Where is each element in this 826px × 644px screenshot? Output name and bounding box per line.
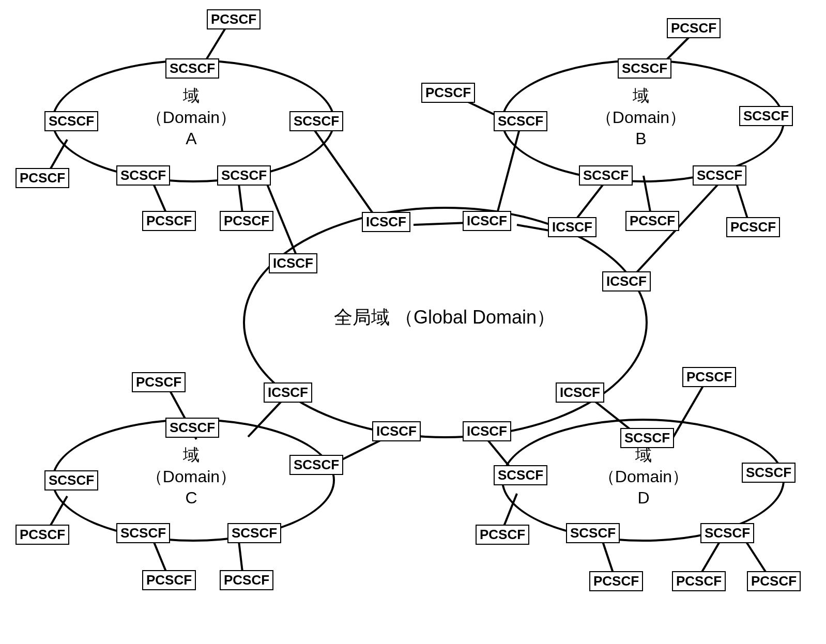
pcscf-node: PCSCF: [589, 571, 643, 591]
icscf-node: ICSCF: [269, 253, 317, 273]
icscf-node: ICSCF: [556, 382, 604, 403]
domain-a-line2: （Domain）: [146, 108, 236, 127]
pcscf-node: PCSCF: [421, 83, 475, 103]
pcscf-node: PCSCF: [16, 525, 69, 545]
domain-d-label: 域 （Domain） D: [587, 444, 700, 509]
pcscf-node: PCSCF: [476, 525, 529, 545]
icscf-node: ICSCF: [264, 382, 312, 403]
pcscf-node: PCSCF: [142, 211, 196, 231]
diagram-canvas: 全局域 （Global Domain） ICSCF ICSCF ICSCF IC…: [0, 0, 826, 644]
domain-d-line1: 域: [635, 446, 652, 464]
pcscf-node: PCSCF: [672, 571, 726, 591]
icscf-node: ICSCF: [463, 211, 511, 231]
icscf-node: ICSCF: [463, 421, 511, 441]
scscf-node: SCSCF: [116, 165, 170, 186]
icscf-node: ICSCF: [602, 271, 651, 292]
domain-d-line3: D: [637, 488, 649, 507]
pcscf-node: PCSCF: [667, 18, 721, 38]
scscf-node: SCSCF: [739, 106, 793, 126]
pcscf-node: PCSCF: [682, 367, 736, 387]
scscf-node: SCSCF: [289, 455, 343, 475]
pcscf-node: PCSCF: [625, 211, 679, 231]
domain-a-line3: A: [186, 129, 196, 148]
domain-c-line3: C: [185, 488, 197, 507]
scscf-node: SCSCF: [44, 111, 98, 131]
pcscf-node: PCSCF: [747, 571, 801, 591]
domain-a-label: 域 （Domain） A: [134, 85, 248, 150]
icscf-node: ICSCF: [548, 217, 596, 237]
scscf-node: SCSCF: [116, 523, 170, 543]
pcscf-node: PCSCF: [16, 168, 69, 188]
pcscf-node: PCSCF: [220, 570, 273, 590]
scscf-node: SCSCF: [494, 465, 547, 485]
scscf-node: SCSCF: [165, 418, 219, 438]
scscf-node: SCSCF: [742, 463, 796, 483]
icscf-node: ICSCF: [372, 421, 421, 441]
scscf-node: SCSCF: [44, 470, 98, 490]
domain-c-line1: 域: [183, 446, 200, 464]
scscf-node: SCSCF: [289, 111, 343, 131]
domain-b-line3: B: [635, 129, 646, 148]
pcscf-node: PCSCF: [142, 570, 196, 590]
scscf-node: SCSCF: [217, 165, 271, 186]
pcscf-node: PCSCF: [132, 372, 186, 392]
scscf-node: SCSCF: [494, 111, 547, 131]
pcscf-node: PCSCF: [207, 9, 261, 29]
scscf-node: SCSCF: [227, 523, 281, 543]
scscf-node: SCSCF: [693, 165, 746, 186]
scscf-node: SCSCF: [618, 58, 671, 79]
scscf-node: SCSCF: [165, 58, 219, 79]
global-domain-label: 全局域 （Global Domain）: [310, 305, 579, 330]
scscf-node: SCSCF: [700, 523, 754, 543]
domain-b-label: 域 （Domain） B: [584, 85, 698, 150]
domain-c-label: 域 （Domain） C: [134, 444, 248, 509]
icscf-node: ICSCF: [362, 212, 410, 232]
scscf-node: SCSCF: [620, 428, 674, 448]
pcscf-node: PCSCF: [220, 211, 273, 231]
scscf-node: SCSCF: [566, 523, 620, 543]
domain-b-line2: （Domain）: [596, 108, 686, 127]
domain-c-line2: （Domain）: [146, 467, 236, 486]
scscf-node: SCSCF: [579, 165, 633, 186]
pcscf-node: PCSCF: [726, 217, 780, 237]
domain-d-line2: （Domain）: [599, 467, 689, 486]
domain-b-line1: 域: [633, 86, 649, 105]
domain-a-line1: 域: [183, 86, 200, 105]
